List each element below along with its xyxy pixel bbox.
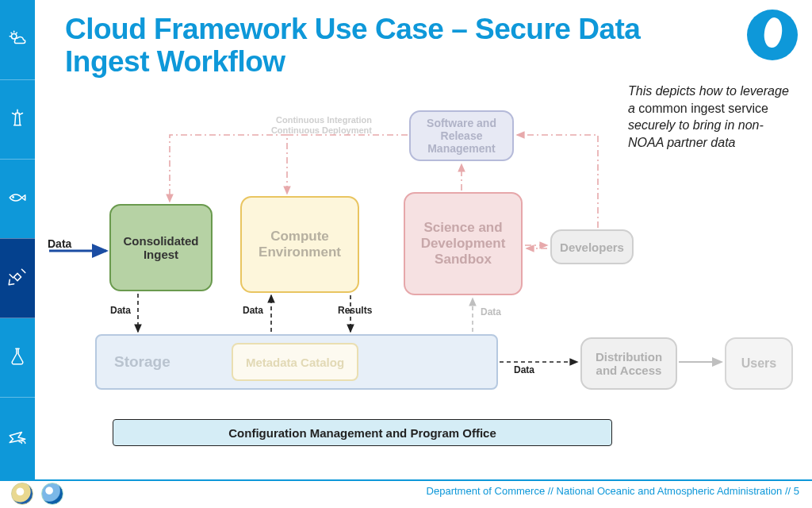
box-config-mgmt: Configuration Management and Program Off…: [113, 419, 612, 446]
box-software-release-mgmt: Software and Release Management: [409, 110, 514, 161]
box-developers: Developers: [550, 229, 634, 264]
nav-item-fish[interactable]: [0, 159, 35, 239]
footer-text: Department of Commerce // National Ocean…: [427, 485, 799, 497]
label-results: Results: [338, 305, 372, 316]
flask-icon: [7, 346, 28, 370]
label-data-in: Data: [48, 237, 71, 250]
nav-item-weather[interactable]: [0, 0, 35, 79]
plane-storm-icon: [7, 427, 28, 451]
footer-logos: [11, 483, 63, 505]
label-ci-cd: Continuous Integration Continuous Deploy…: [253, 115, 372, 135]
box-science-sandbox: Science and Development Sandbox: [404, 192, 523, 295]
footer-divider: [0, 479, 812, 481]
nav-item-research[interactable]: [0, 318, 35, 398]
label-data-3: Data: [481, 306, 501, 318]
box-consolidated-ingest: Consolidated Ingest: [109, 204, 213, 291]
box-distribution-access: Distribution and Access: [580, 337, 677, 390]
label-data-2: Data: [243, 305, 263, 316]
footer: Department of Commerce // National Ocean…: [0, 479, 812, 508]
box-compute-environment: Compute Environment: [240, 196, 359, 293]
doc-seal-icon: [11, 483, 33, 505]
footer-sep2: //: [782, 485, 793, 497]
fish-icon: [7, 187, 28, 211]
nav-item-satellite[interactable]: [0, 238, 35, 318]
svg-point-1: [13, 197, 13, 198]
footer-doc: Department of Commerce: [427, 485, 546, 497]
sun-cloud-icon: [7, 28, 28, 52]
footer-noaa: National Oceanic and Atmospheric Adminis…: [557, 485, 783, 497]
noaa-seal-icon: [41, 483, 63, 505]
diagram-canvas: Consolidated Ingest Compute Environment …: [35, 0, 812, 479]
footer-page: 5: [794, 485, 799, 497]
label-data-1: Data: [110, 305, 131, 316]
svg-rect-2: [13, 273, 21, 280]
nav-item-buoy[interactable]: [0, 79, 35, 160]
box-users: Users: [725, 337, 793, 390]
footer-sep1: //: [545, 485, 556, 497]
nav-sidebar: [0, 0, 35, 479]
label-data-4: Data: [514, 364, 534, 375]
satellite-icon: [7, 267, 28, 291]
lighthouse-icon: [7, 108, 28, 132]
nav-item-aircraft[interactable]: [0, 397, 35, 480]
box-metadata-catalog: Metadata Catalog: [232, 343, 358, 381]
